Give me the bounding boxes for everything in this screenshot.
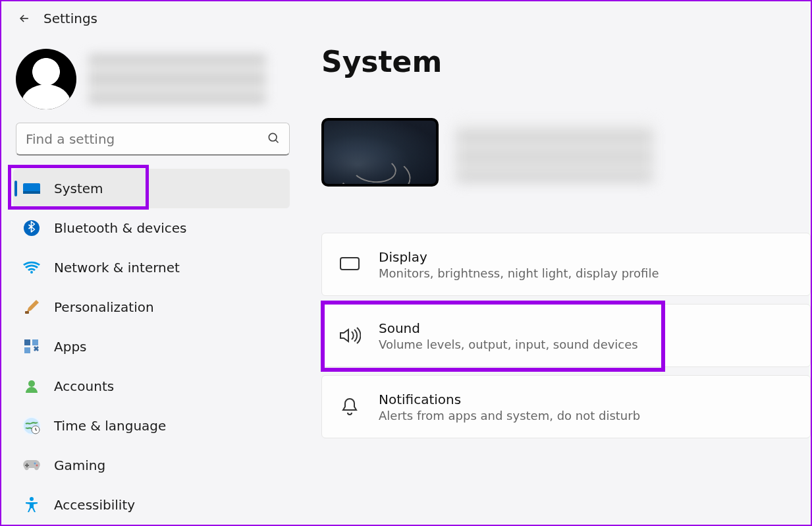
monitor-icon: [338, 252, 362, 276]
card-subtitle: Volume levels, output, input, sound devi…: [379, 337, 638, 351]
app-title: Settings: [43, 11, 97, 26]
sidebar-nav: System Bluetooth & devices Network & int…: [13, 169, 292, 525]
speaker-icon: [338, 324, 362, 347]
sidebar-item-label: Personalization: [54, 299, 154, 315]
titlebar: Settings: [1, 1, 811, 33]
svg-point-9: [28, 380, 35, 387]
settings-cards: Display Monitors, brightness, night ligh…: [321, 233, 811, 438]
bluetooth-icon: [22, 219, 41, 237]
svg-rect-3: [23, 191, 40, 194]
main-content: System Display Monitors, brightness, nig…: [292, 33, 811, 523]
sidebar: System Bluetooth & devices Network & int…: [1, 33, 292, 523]
sidebar-item-time-language[interactable]: Time & language: [13, 406, 290, 446]
system-icon: [22, 179, 41, 198]
card-title: Notifications: [379, 392, 640, 407]
arrow-left-icon: [18, 12, 31, 25]
apps-icon: [22, 337, 41, 356]
sidebar-item-label: System: [54, 181, 103, 196]
card-sound[interactable]: Sound Volume levels, output, input, soun…: [321, 304, 811, 367]
sidebar-item-network[interactable]: Network & internet: [13, 248, 290, 287]
sidebar-item-system[interactable]: System: [13, 169, 290, 208]
card-subtitle: Monitors, brightness, night light, displ…: [379, 266, 659, 280]
device-thumbnail: [321, 118, 439, 187]
card-title: Display: [379, 249, 659, 265]
profile-block[interactable]: [13, 45, 292, 123]
card-subtitle: Alerts from apps and system, do not dist…: [379, 409, 640, 423]
sidebar-item-label: Network & internet: [54, 260, 180, 276]
svg-rect-8: [24, 347, 30, 353]
search-box[interactable]: [16, 123, 290, 156]
svg-point-0: [269, 133, 277, 141]
person-icon: [22, 377, 41, 395]
card-display[interactable]: Display Monitors, brightness, night ligh…: [321, 233, 811, 296]
accessibility-icon: [22, 496, 41, 514]
gamepad-icon: [22, 456, 41, 475]
svg-rect-17: [340, 258, 359, 270]
sidebar-item-label: Apps: [54, 339, 87, 355]
avatar: [16, 49, 76, 109]
back-button[interactable]: [17, 11, 32, 26]
sidebar-item-accessibility[interactable]: Accessibility: [13, 485, 290, 525]
sidebar-item-gaming[interactable]: Gaming: [13, 446, 290, 485]
wifi-icon: [22, 258, 41, 277]
sidebar-item-apps[interactable]: Apps: [13, 327, 290, 366]
globe-clock-icon: [22, 417, 41, 435]
svg-rect-15: [25, 465, 29, 466]
svg-rect-7: [32, 339, 38, 345]
sidebar-item-label: Time & language: [54, 418, 166, 434]
profile-name-redacted: [88, 54, 266, 104]
card-title: Sound: [379, 320, 638, 336]
search-icon: [267, 131, 280, 147]
sidebar-item-label: Gaming: [54, 457, 105, 473]
page-title: System: [321, 45, 811, 78]
bell-icon: [338, 395, 362, 419]
sidebar-item-personalization[interactable]: Personalization: [13, 287, 290, 327]
sidebar-item-label: Bluetooth & devices: [54, 220, 187, 236]
device-name-redacted: [456, 123, 653, 182]
sidebar-item-bluetooth[interactable]: Bluetooth & devices: [13, 208, 290, 248]
svg-point-16: [30, 497, 34, 501]
sidebar-item-label: Accessibility: [54, 497, 135, 513]
sidebar-item-accounts[interactable]: Accounts: [13, 366, 290, 406]
svg-point-13: [36, 465, 38, 467]
svg-rect-6: [24, 339, 30, 345]
sidebar-item-label: Accounts: [54, 378, 114, 394]
device-summary[interactable]: [321, 118, 811, 187]
card-notifications[interactable]: Notifications Alerts from apps and syste…: [321, 375, 811, 438]
svg-line-1: [276, 140, 279, 142]
svg-point-12: [34, 463, 36, 465]
search-input[interactable]: [26, 131, 267, 147]
paintbrush-icon: [22, 298, 41, 316]
svg-rect-5: [25, 311, 29, 314]
